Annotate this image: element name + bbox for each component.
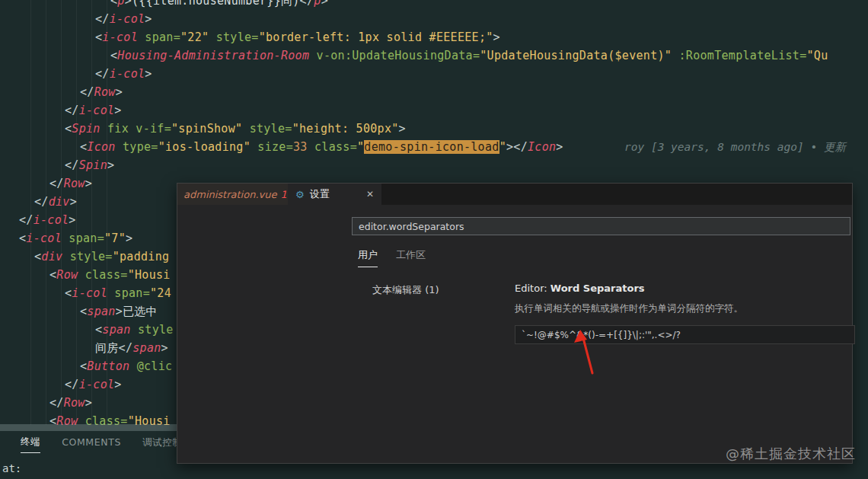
code-line: </i-col>: [95, 10, 152, 28]
editor-tab-strip: administration.vue 1 ⚙ 设置 ✕: [177, 184, 852, 205]
code-line: </i-col>: [95, 65, 152, 83]
code-line: </Row>: [80, 83, 123, 101]
code-line: </Row>: [49, 174, 92, 193]
panel-tab[interactable]: 终端: [21, 433, 40, 453]
scope-tab[interactable]: 用户: [358, 248, 378, 267]
git-blame-annotation: roy [3 years, 8 months ago] • 更新: [624, 138, 846, 156]
code-line: </div>: [34, 193, 77, 211]
code-line: <i-col span="24: [65, 284, 171, 302]
code-line: <i-col span="7">: [19, 229, 132, 247]
settings-gear-icon: ⚙: [295, 189, 305, 200]
problems-badge: 1: [281, 189, 287, 200]
terminal-prompt: at:: [2, 462, 21, 474]
panel-tab-bar: 终端COMMENTS调试控制台: [0, 433, 197, 453]
code-line: </Row>: [49, 394, 92, 412]
settings-editor: administration.vue 1 ⚙ 设置 ✕ 用户工作区 文本编辑器 …: [177, 183, 853, 464]
file-tab-label: administration.vue: [183, 189, 277, 200]
setting-word-separators: Editor: Word Separators 执行单词相关的导航或操作时作为单…: [515, 283, 855, 344]
code-line: <span style: [95, 321, 174, 339]
setting-description: 执行单词相关的导航或操作时作为单词分隔符的字符。: [515, 302, 855, 315]
code-line: </i-col>: [65, 375, 122, 394]
code-line: <Housing-Administration-Room v-on:Update…: [110, 46, 828, 65]
setting-title: Editor: Word Separators: [515, 283, 855, 295]
tab-settings[interactable]: ⚙ 设置 ✕: [288, 184, 381, 205]
code-line: <Spin fix v-if="spinShow" style="height:…: [65, 120, 406, 138]
code-line: <Button @clic: [80, 357, 172, 375]
tab-strip-spacer: [381, 184, 852, 205]
code-line: <Icon type="ios-loading" size=33 class="…: [80, 138, 563, 156]
code-line: <i-col span="22" style="border-left: 1px…: [95, 28, 500, 46]
code-line: <div style="padding: [34, 247, 169, 266]
code-line: <p>({{item.houseNumber}}间)</p>: [110, 0, 328, 10]
code-line: </i-col>: [19, 211, 76, 229]
settings-search-input[interactable]: [352, 217, 850, 235]
watermark: @稀土掘金技术社区: [726, 445, 856, 463]
word-separators-input[interactable]: [515, 325, 855, 344]
setting-category: Editor:: [515, 283, 550, 294]
code-line: 间房</span>: [95, 339, 168, 357]
indent-guide: [76, 0, 77, 425]
scope-tab[interactable]: 工作区: [396, 248, 426, 267]
code-line: </Spin>: [65, 156, 114, 174]
close-icon[interactable]: ✕: [366, 189, 374, 200]
code-line: <Row class="Housi: [49, 266, 171, 284]
panel-tab[interactable]: COMMENTS: [62, 433, 121, 453]
tab-administration-vue[interactable]: administration.vue 1: [177, 184, 288, 205]
settings-scope-tabs: 用户工作区: [358, 248, 426, 267]
setting-name: Word Separators: [550, 283, 645, 294]
settings-tab-label: 设置: [310, 187, 330, 201]
horizontal-scrollbar[interactable]: [0, 424, 177, 431]
code-line: </i-col>: [65, 101, 122, 120]
code-line: <span>已选中: [80, 302, 158, 321]
toc-item-text-editor[interactable]: 文本编辑器 (1): [372, 283, 439, 297]
